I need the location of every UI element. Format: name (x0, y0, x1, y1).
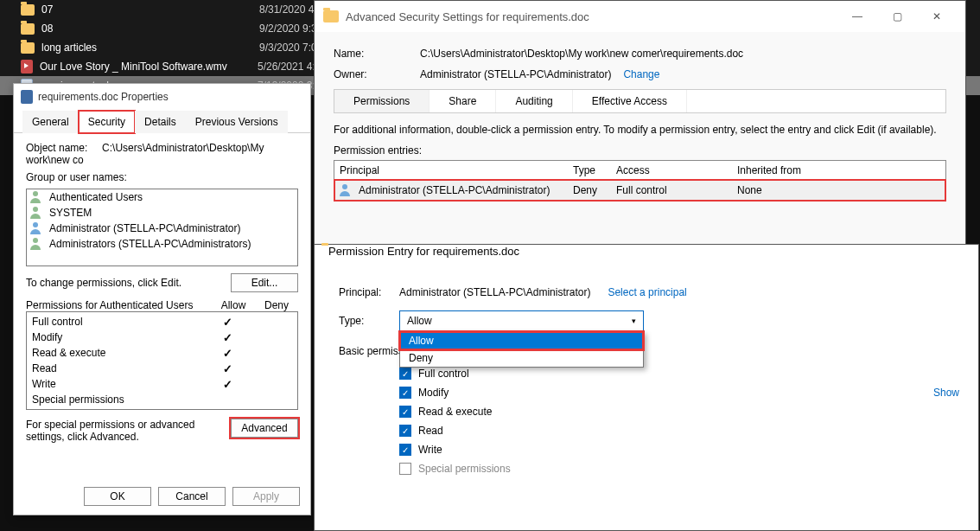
deny-header: Deny (255, 299, 298, 311)
allow-header: Allow (212, 299, 255, 311)
close-button[interactable]: ✕ (917, 3, 957, 29)
properties-titlebar[interactable]: requirements.doc Properties (14, 84, 310, 110)
advsec-tabs: Permissions Share Auditing Effective Acc… (334, 89, 946, 113)
col-type: Type (573, 164, 616, 176)
permission-entry-row[interactable]: Administrator (STELLA-PC\Administrator) … (334, 180, 945, 201)
advanced-button[interactable]: Advanced (231, 419, 298, 438)
video-icon (21, 60, 33, 74)
table-header: Principal Type Access Inherited from (334, 161, 945, 180)
perm-row[interactable]: Write (399, 440, 954, 459)
basic-permissions-list: Full control Modify Read & execute Read … (339, 364, 954, 478)
select-principal-link[interactable]: Select a principal (608, 286, 686, 298)
properties-tabs: General Security Details Previous Versio… (14, 110, 310, 133)
perm-name: Modify (32, 331, 206, 343)
col-inherited: Inherited from (737, 164, 940, 176)
change-owner-link[interactable]: Change (623, 68, 659, 80)
file-name: long articles (41, 42, 259, 54)
tab-previous-versions[interactable]: Previous Versions (186, 111, 288, 133)
advsec-titlebar[interactable]: Advanced Security Settings for requireme… (315, 1, 965, 32)
perm-label: Special permissions (418, 463, 511, 475)
perm-row[interactable]: Modify (399, 383, 954, 402)
dialog-title: requirements.doc Properties (38, 91, 169, 103)
entry-principal: Administrator (STELLA-PC\Administrator) (359, 184, 550, 196)
change-permissions-text: To change permissions, click Edit. (26, 277, 181, 289)
folder-icon (21, 23, 35, 35)
group-icon (30, 238, 44, 250)
perm-label: Read & execute (418, 406, 492, 418)
permentry-titlebar[interactable]: Permission Entry for requirements.doc (315, 245, 978, 271)
principal-label: Principal: (339, 286, 399, 298)
perm-label: Read (418, 425, 443, 437)
ok-button[interactable]: OK (84, 487, 151, 506)
tab-details[interactable]: Details (135, 111, 186, 133)
tab-auditing[interactable]: Auditing (496, 90, 572, 112)
folder-icon (21, 42, 35, 54)
file-name: 07 (41, 3, 259, 16)
group-name: Administrator (STELLA-PC\Administrator) (49, 222, 240, 234)
maximize-button[interactable]: ▢ (877, 3, 917, 29)
entry-inherited: None (737, 184, 940, 196)
edit-button[interactable]: Edit... (231, 273, 298, 292)
allow-checkmark (206, 347, 249, 360)
tab-permissions[interactable]: Permissions (334, 90, 430, 112)
window-title: Advanced Security Settings for requireme… (346, 10, 589, 23)
checkbox-icon[interactable] (399, 444, 411, 456)
file-name: 08 (41, 22, 259, 35)
group-name: Authenticated Users (49, 191, 143, 203)
allow-checkmark (206, 316, 249, 329)
tab-general[interactable]: General (22, 111, 79, 133)
permissions-table: Full control Modify Read & execute Read … (26, 311, 298, 410)
minimize-button[interactable]: — (837, 3, 877, 29)
owner-label: Owner: (334, 68, 420, 80)
advanced-text: For special permissions or advanced sett… (26, 419, 199, 443)
cancel-button[interactable]: Cancel (158, 487, 226, 506)
perm-row[interactable]: Read (399, 421, 954, 440)
group-label: Group or user names: (26, 171, 298, 183)
entry-type: Deny (573, 184, 616, 196)
folder-icon (323, 10, 339, 22)
perm-name: Write (32, 378, 206, 390)
perm-row[interactable]: Special permissions (399, 459, 954, 478)
combo-option-allow[interactable]: Allow (400, 332, 643, 349)
window-title: Permission Entry for requirements.doc (328, 245, 519, 258)
col-access: Access (616, 164, 737, 176)
tab-effective-access[interactable]: Effective Access (573, 90, 687, 112)
group-item[interactable]: Administrator (STELLA-PC\Administrator) (27, 221, 297, 236)
perm-name: Special permissions (32, 393, 206, 406)
folder-icon (21, 4, 35, 16)
entry-access: Full control (616, 184, 737, 196)
group-name: SYSTEM (49, 207, 92, 219)
allow-checkmark (206, 378, 249, 391)
apply-button[interactable]: Apply (232, 487, 300, 506)
tab-security[interactable]: Security (79, 111, 135, 133)
group-item[interactable]: Authenticated Users (27, 189, 297, 205)
checkbox-icon[interactable] (399, 463, 411, 475)
instruction-text: For additional information, double-click… (334, 124, 946, 136)
checkbox-icon[interactable] (399, 387, 411, 399)
name-value: C:\Users\Administrator\Desktop\My work\n… (420, 48, 743, 60)
advanced-security-window: Advanced Security Settings for requireme… (314, 0, 966, 277)
group-item[interactable]: Administrators (STELLA-PC\Administrators… (27, 236, 297, 252)
security-panel: Object name: C:\Users\Administrator\Desk… (14, 133, 310, 451)
user-icon (340, 184, 353, 196)
combo-option-deny[interactable]: Deny (400, 349, 643, 367)
checkbox-icon[interactable] (399, 368, 411, 380)
show-advanced-link[interactable]: Show (933, 387, 959, 399)
object-name-label: Object name: (26, 142, 87, 154)
combobox-value: Allow (407, 315, 432, 327)
permissions-header: Permissions for Authenticated Users (26, 299, 212, 311)
file-name: Our Love Story _ MiniTool Software.wmv (40, 61, 258, 73)
type-combobox[interactable]: Allow ▾ Allow Deny (399, 310, 644, 331)
group-item[interactable]: SYSTEM (27, 205, 297, 221)
checkbox-icon[interactable] (399, 406, 411, 418)
permission-entries-table: Principal Type Access Inherited from Adm… (334, 160, 946, 202)
allow-checkmark (206, 362, 249, 375)
permission-entry-window: Permission Entry for requirements.doc Pr… (314, 244, 979, 531)
properties-dialog: requirements.doc Properties General Secu… (13, 83, 311, 515)
tab-share[interactable]: Share (430, 90, 496, 112)
perm-row[interactable]: Read & execute (399, 402, 954, 421)
combobox-button[interactable]: Allow ▾ (399, 310, 644, 331)
checkbox-icon[interactable] (399, 425, 411, 437)
group-list[interactable]: Authenticated Users SYSTEM Administrator… (26, 189, 298, 266)
perm-name: Full control (32, 316, 206, 328)
